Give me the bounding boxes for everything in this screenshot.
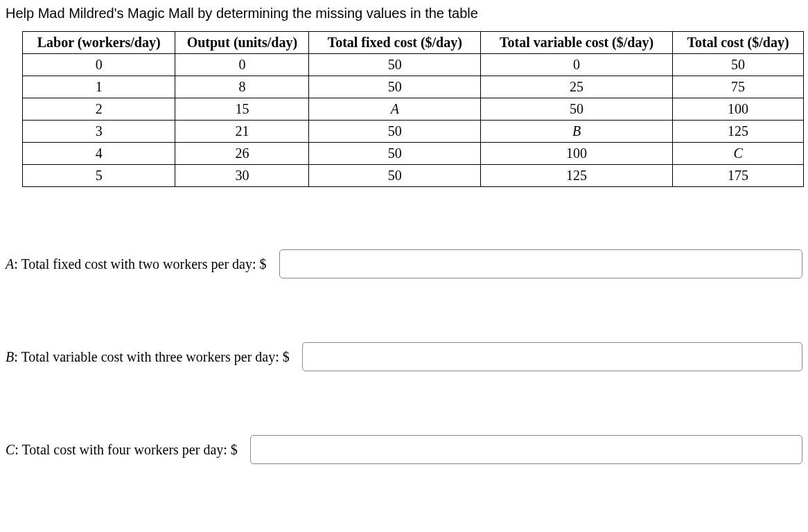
question-a-row: A: Total fixed cost with two workers per… [6, 249, 802, 278]
cell-tc: 100 [673, 98, 804, 121]
cell-output: 0 [175, 54, 309, 76]
cell-output: 26 [175, 143, 309, 165]
cell-tc: 175 [673, 165, 804, 187]
question-c-row: C: Total cost with four workers per day:… [6, 435, 802, 464]
table-row: 32150B125 [23, 121, 804, 143]
answer-input-a[interactable] [279, 249, 803, 278]
cell-tvc: B [481, 121, 673, 143]
header-output: Output (units/day) [175, 32, 309, 54]
question-b-label: B: Total variable cost with three worker… [6, 349, 290, 365]
question-a-label: A: Total fixed cost with two workers per… [6, 256, 267, 272]
question-c-label: C: Total cost with four workers per day:… [6, 442, 238, 458]
table-row: 215A50100 [23, 98, 804, 121]
cell-tfc: 50 [309, 54, 481, 76]
cell-tfc: 50 [309, 121, 481, 143]
question-prompt: Help Mad Mildred's Magic Mall by determi… [6, 6, 802, 21]
header-tfc: Total fixed cost ($/day) [309, 32, 481, 54]
header-labor: Labor (workers/day) [23, 32, 175, 54]
cell-output: 21 [175, 121, 309, 143]
question-b-row: B: Total variable cost with three worker… [6, 342, 802, 371]
cell-tfc: A [309, 98, 481, 121]
cell-labor: 5 [23, 165, 175, 187]
cost-table: Labor (workers/day) Output (units/day) T… [22, 31, 804, 187]
table-row: 0050050 [23, 54, 804, 76]
cell-labor: 1 [23, 76, 175, 98]
cell-tvc: 0 [481, 54, 673, 76]
cell-labor: 2 [23, 98, 175, 121]
cell-output: 15 [175, 98, 309, 121]
table-row: 42650100C [23, 143, 804, 165]
cell-tc: 75 [673, 76, 804, 98]
cell-tvc: 50 [481, 98, 673, 121]
cell-tvc: 125 [481, 165, 673, 187]
table-body: 005005018502575215A5010032150B1254265010… [23, 54, 804, 187]
table-row: 53050125175 [23, 165, 804, 187]
table-header-row: Labor (workers/day) Output (units/day) T… [23, 32, 804, 54]
cell-labor: 4 [23, 143, 175, 165]
cell-tvc: 25 [481, 76, 673, 98]
cell-tvc: 100 [481, 143, 673, 165]
header-tvc: Total variable cost ($/day) [481, 32, 673, 54]
cell-labor: 3 [23, 121, 175, 143]
cell-output: 30 [175, 165, 309, 187]
answer-input-c[interactable] [250, 435, 802, 464]
cell-tc: 125 [673, 121, 804, 143]
cell-output: 8 [175, 76, 309, 98]
answer-input-b[interactable] [302, 342, 802, 371]
header-tc: Total cost ($/day) [673, 32, 804, 54]
cell-tfc: 50 [309, 76, 481, 98]
cell-tc: 50 [673, 54, 804, 76]
cell-tfc: 50 [309, 165, 481, 187]
cell-labor: 0 [23, 54, 175, 76]
cell-tc: C [673, 143, 804, 165]
cell-tfc: 50 [309, 143, 481, 165]
table-row: 18502575 [23, 76, 804, 98]
